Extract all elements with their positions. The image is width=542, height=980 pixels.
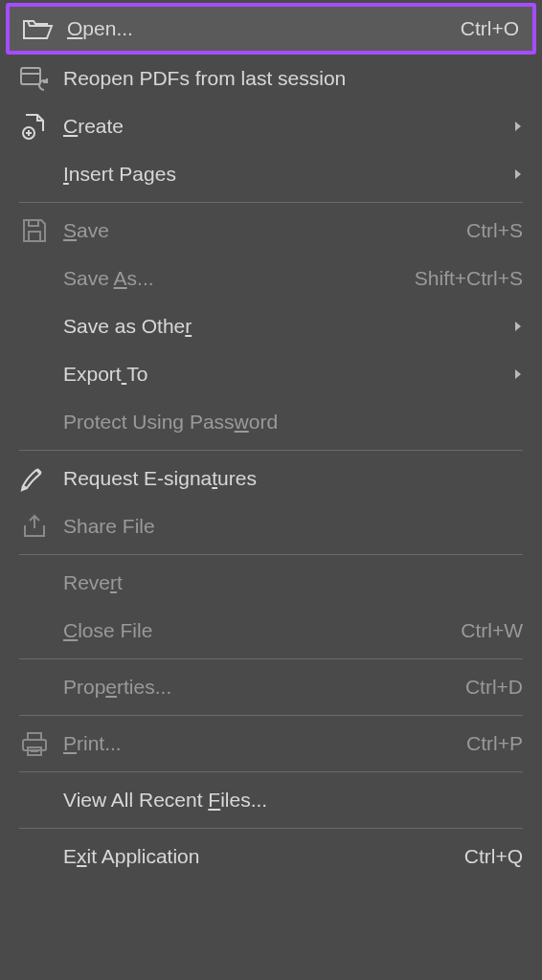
signature-pen-icon [13,461,56,496]
svg-rect-4 [23,740,46,750]
svg-rect-5 [28,733,41,740]
menu-item-request-esign[interactable]: Request E-signatures [6,455,536,502]
menu-separator [19,828,523,829]
menu-item-revert[interactable]: Revert [6,559,536,607]
menu-separator [19,658,523,659]
menu-save-shortcut: Ctrl+S [466,219,523,242]
no-icon [13,566,56,600]
menu-item-print[interactable]: Print... Ctrl+P [6,720,536,768]
menu-export-label: Export To [63,363,509,386]
menu-item-protect[interactable]: Protect Using Password [6,398,536,446]
file-menu: Open... Ctrl+O Reopen PDFs from last ses… [0,0,542,980]
menu-open-shortcut: Ctrl+O [461,17,519,40]
menu-item-save-as[interactable]: Save As... Shift+Ctrl+S [6,255,536,302]
no-icon [13,783,56,817]
menu-saveas-label: Save As... [63,267,403,290]
menu-print-shortcut: Ctrl+P [466,732,523,755]
menu-exit-label: Exit Application [63,845,453,868]
menu-esign-label: Request E-signatures [63,467,523,490]
menu-share-label: Share File [63,515,523,538]
menu-separator [19,715,523,716]
menu-item-export-to[interactable]: Export To [6,350,536,398]
no-icon [13,405,56,439]
menu-recent-label: View All Recent Files... [63,789,523,812]
save-disk-icon [13,213,56,248]
menu-save-label: Save [63,219,455,242]
menu-properties-label: Properties... [63,676,454,699]
menu-separator [19,771,523,772]
menu-item-create[interactable]: Create [6,102,536,150]
no-icon [13,261,56,296]
menu-exit-shortcut: Ctrl+Q [464,845,523,868]
menu-protect-label: Protect Using Password [63,411,523,434]
menu-saveother-label: Save as Other [63,315,509,338]
menu-open-label: Open... [67,17,449,40]
menu-separator [19,450,523,451]
menu-revert-label: Revert [63,571,523,594]
menu-separator [19,554,523,555]
menu-reopen-label: Reopen PDFs from last session [63,67,523,90]
svg-rect-0 [21,68,40,84]
menu-item-reopen[interactable]: Reopen PDFs from last session [6,55,536,102]
print-icon [13,726,56,761]
no-icon [13,839,56,874]
menu-item-save-as-other[interactable]: Save as Other [6,302,536,350]
menu-separator [19,202,523,203]
create-file-icon [13,109,56,144]
menu-print-label: Print... [63,732,455,755]
menu-insert-label: Insert Pages [63,163,509,186]
no-icon [13,357,56,391]
no-icon [13,613,56,648]
svg-rect-3 [29,220,38,226]
menu-item-save[interactable]: Save Ctrl+S [6,207,536,255]
svg-rect-2 [29,232,40,241]
submenu-arrow-icon [509,167,523,181]
no-icon [13,157,56,191]
menu-item-insert-pages[interactable]: Insert Pages [6,150,536,198]
folder-open-icon [17,11,59,46]
menu-item-view-recent[interactable]: View All Recent Files... [6,776,536,824]
menu-close-label: Close File [63,619,449,642]
submenu-arrow-icon [509,120,523,133]
no-icon [13,670,56,704]
menu-close-shortcut: Ctrl+W [461,619,523,642]
share-upload-icon [13,509,56,544]
no-icon [13,309,56,344]
menu-item-open[interactable]: Open... Ctrl+O [6,3,536,55]
menu-item-share-file[interactable]: Share File [6,502,536,550]
menu-item-exit[interactable]: Exit Application Ctrl+Q [6,833,536,880]
menu-properties-shortcut: Ctrl+D [465,676,523,699]
menu-item-close-file[interactable]: Close File Ctrl+W [6,607,536,655]
reopen-pdf-icon [13,61,56,96]
menu-item-properties[interactable]: Properties... Ctrl+D [6,663,536,711]
menu-create-label: Create [63,115,509,138]
menu-saveas-shortcut: Shift+Ctrl+S [415,267,523,290]
submenu-arrow-icon [509,320,523,333]
submenu-arrow-icon [509,368,523,381]
